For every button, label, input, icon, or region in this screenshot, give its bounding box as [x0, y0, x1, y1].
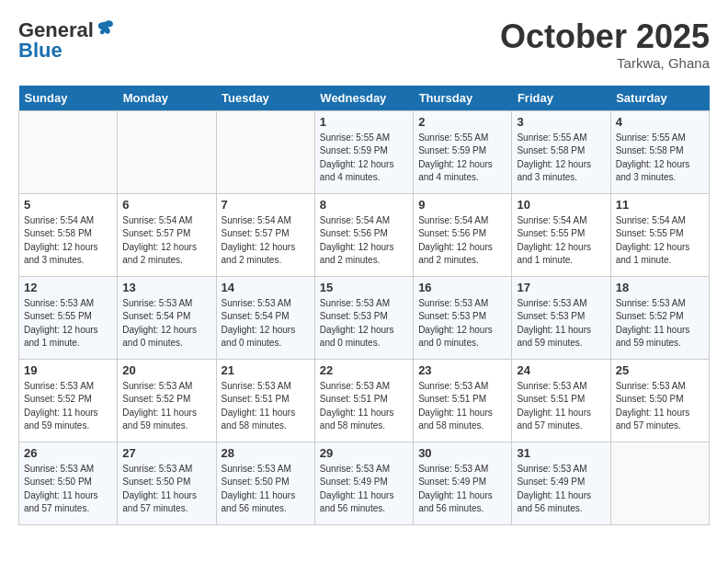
day-info: Sunrise: 5:54 AMSunset: 5:55 PMDaylight:… — [517, 214, 605, 268]
day-number: 25 — [616, 363, 704, 377]
day-number: 30 — [418, 446, 506, 460]
day-number: 10 — [517, 198, 605, 212]
day-info: Sunrise: 5:53 AMSunset: 5:53 PMDaylight:… — [517, 297, 605, 350]
day-number: 29 — [320, 446, 408, 460]
calendar-cell — [19, 110, 118, 193]
calendar-cell: 17Sunrise: 5:53 AMSunset: 5:53 PMDayligh… — [512, 276, 610, 359]
day-info: Sunrise: 5:53 AMSunset: 5:49 PMDaylight:… — [320, 463, 408, 516]
day-info: Sunrise: 5:53 AMSunset: 5:50 PMDaylight:… — [616, 380, 704, 433]
calendar-cell: 13Sunrise: 5:53 AMSunset: 5:54 PMDayligh… — [118, 276, 216, 359]
day-number: 21 — [222, 363, 310, 377]
weekday-header-monday: Monday — [118, 86, 216, 111]
weekday-header-saturday: Saturday — [610, 86, 709, 111]
calendar-cell: 31Sunrise: 5:53 AMSunset: 5:49 PMDayligh… — [512, 442, 610, 524]
day-info: Sunrise: 5:53 AMSunset: 5:52 PMDaylight:… — [24, 380, 112, 433]
day-number: 24 — [517, 363, 605, 377]
day-number: 16 — [418, 281, 506, 294]
day-info: Sunrise: 5:54 AMSunset: 5:56 PMDaylight:… — [418, 214, 506, 268]
calendar-cell: 19Sunrise: 5:53 AMSunset: 5:52 PMDayligh… — [19, 359, 118, 442]
calendar-week-3: 12Sunrise: 5:53 AMSunset: 5:55 PMDayligh… — [19, 276, 710, 359]
calendar-cell: 1Sunrise: 5:55 AMSunset: 5:59 PMDaylight… — [314, 110, 413, 193]
calendar-cell: 4Sunrise: 5:55 AMSunset: 5:58 PMDaylight… — [610, 110, 709, 193]
day-info: Sunrise: 5:53 AMSunset: 5:51 PMDaylight:… — [517, 380, 605, 433]
day-info: Sunrise: 5:55 AMSunset: 5:58 PMDaylight:… — [517, 132, 605, 185]
day-info: Sunrise: 5:53 AMSunset: 5:52 PMDaylight:… — [122, 380, 210, 433]
day-number: 4 — [616, 115, 704, 129]
day-info: Sunrise: 5:54 AMSunset: 5:57 PMDaylight:… — [222, 214, 310, 268]
calendar-table: SundayMondayTuesdayWednesdayThursdayFrid… — [18, 86, 710, 525]
logo-bird-icon — [95, 18, 115, 39]
day-number: 5 — [24, 198, 112, 212]
day-number: 9 — [418, 198, 506, 212]
page-header: General Blue October 2025 Tarkwa, Ghana — [18, 18, 710, 71]
day-info: Sunrise: 5:54 AMSunset: 5:55 PMDaylight:… — [616, 214, 704, 268]
day-info: Sunrise: 5:53 AMSunset: 5:51 PMDaylight:… — [320, 380, 408, 433]
calendar-cell: 7Sunrise: 5:54 AMSunset: 5:57 PMDaylight… — [216, 193, 314, 276]
day-number: 13 — [122, 281, 210, 294]
day-info: Sunrise: 5:54 AMSunset: 5:57 PMDaylight:… — [122, 214, 210, 268]
calendar-cell: 15Sunrise: 5:53 AMSunset: 5:53 PMDayligh… — [314, 276, 413, 359]
calendar-cell: 9Sunrise: 5:54 AMSunset: 5:56 PMDaylight… — [414, 193, 512, 276]
calendar-cell: 8Sunrise: 5:54 AMSunset: 5:56 PMDaylight… — [314, 193, 413, 276]
day-info: Sunrise: 5:53 AMSunset: 5:53 PMDaylight:… — [418, 297, 506, 350]
calendar-cell: 12Sunrise: 5:53 AMSunset: 5:55 PMDayligh… — [19, 276, 118, 359]
calendar-cell: 18Sunrise: 5:53 AMSunset: 5:52 PMDayligh… — [610, 276, 709, 359]
weekday-header-row: SundayMondayTuesdayWednesdayThursdayFrid… — [19, 86, 710, 111]
day-number: 15 — [320, 281, 408, 294]
calendar-cell: 29Sunrise: 5:53 AMSunset: 5:49 PMDayligh… — [314, 442, 413, 524]
logo-blue: Blue — [18, 39, 63, 63]
day-number: 7 — [222, 198, 310, 212]
calendar-cell: 16Sunrise: 5:53 AMSunset: 5:53 PMDayligh… — [414, 276, 512, 359]
weekday-header-friday: Friday — [512, 86, 610, 111]
day-info: Sunrise: 5:53 AMSunset: 5:50 PMDaylight:… — [222, 463, 310, 516]
day-info: Sunrise: 5:53 AMSunset: 5:50 PMDaylight:… — [24, 463, 112, 516]
day-number: 26 — [24, 446, 112, 460]
calendar-cell: 25Sunrise: 5:53 AMSunset: 5:50 PMDayligh… — [610, 359, 709, 442]
weekday-header-thursday: Thursday — [414, 86, 512, 111]
calendar-cell: 28Sunrise: 5:53 AMSunset: 5:50 PMDayligh… — [216, 442, 314, 524]
calendar-cell: 27Sunrise: 5:53 AMSunset: 5:50 PMDayligh… — [118, 442, 216, 524]
calendar-cell: 10Sunrise: 5:54 AMSunset: 5:55 PMDayligh… — [512, 193, 610, 276]
day-info: Sunrise: 5:53 AMSunset: 5:49 PMDaylight:… — [418, 463, 506, 516]
calendar-cell: 23Sunrise: 5:53 AMSunset: 5:51 PMDayligh… — [414, 359, 512, 442]
calendar-week-4: 19Sunrise: 5:53 AMSunset: 5:52 PMDayligh… — [19, 359, 710, 442]
calendar-cell: 21Sunrise: 5:53 AMSunset: 5:51 PMDayligh… — [216, 359, 314, 442]
day-info: Sunrise: 5:53 AMSunset: 5:55 PMDaylight:… — [24, 297, 112, 350]
calendar-cell: 5Sunrise: 5:54 AMSunset: 5:58 PMDaylight… — [19, 193, 118, 276]
day-info: Sunrise: 5:53 AMSunset: 5:53 PMDaylight:… — [320, 297, 408, 350]
day-info: Sunrise: 5:53 AMSunset: 5:49 PMDaylight:… — [517, 463, 605, 516]
day-number: 11 — [616, 198, 704, 212]
day-info: Sunrise: 5:53 AMSunset: 5:50 PMDaylight:… — [122, 463, 210, 516]
calendar-cell — [216, 110, 314, 193]
title-block: October 2025 Tarkwa, Ghana — [500, 18, 710, 71]
day-info: Sunrise: 5:55 AMSunset: 5:59 PMDaylight:… — [418, 132, 506, 185]
weekday-header-sunday: Sunday — [19, 86, 118, 111]
day-number: 2 — [418, 115, 506, 129]
calendar-week-5: 26Sunrise: 5:53 AMSunset: 5:50 PMDayligh… — [19, 442, 710, 524]
calendar-cell — [118, 110, 216, 193]
day-number: 31 — [517, 446, 605, 460]
day-number: 28 — [222, 446, 310, 460]
day-info: Sunrise: 5:53 AMSunset: 5:51 PMDaylight:… — [222, 380, 310, 433]
calendar-cell: 20Sunrise: 5:53 AMSunset: 5:52 PMDayligh… — [118, 359, 216, 442]
calendar-week-2: 5Sunrise: 5:54 AMSunset: 5:58 PMDaylight… — [19, 193, 710, 276]
day-info: Sunrise: 5:53 AMSunset: 5:51 PMDaylight:… — [418, 380, 506, 433]
calendar-cell: 2Sunrise: 5:55 AMSunset: 5:59 PMDaylight… — [414, 110, 512, 193]
calendar-cell: 26Sunrise: 5:53 AMSunset: 5:50 PMDayligh… — [19, 442, 118, 524]
day-info: Sunrise: 5:55 AMSunset: 5:59 PMDaylight:… — [320, 132, 408, 185]
day-number: 19 — [24, 363, 112, 377]
day-number: 17 — [517, 281, 605, 294]
day-number: 8 — [320, 198, 408, 212]
logo: General Blue — [18, 18, 115, 63]
day-number: 20 — [122, 363, 210, 377]
day-number: 12 — [24, 281, 112, 294]
day-info: Sunrise: 5:53 AMSunset: 5:54 PMDaylight:… — [122, 297, 210, 350]
calendar-week-1: 1Sunrise: 5:55 AMSunset: 5:59 PMDaylight… — [19, 110, 710, 193]
weekday-header-tuesday: Tuesday — [216, 86, 314, 111]
calendar-cell: 3Sunrise: 5:55 AMSunset: 5:58 PMDaylight… — [512, 110, 610, 193]
location: Tarkwa, Ghana — [500, 55, 710, 71]
day-number: 3 — [517, 115, 605, 129]
calendar-cell: 11Sunrise: 5:54 AMSunset: 5:55 PMDayligh… — [610, 193, 709, 276]
day-number: 14 — [222, 281, 310, 294]
day-info: Sunrise: 5:54 AMSunset: 5:56 PMDaylight:… — [320, 214, 408, 268]
